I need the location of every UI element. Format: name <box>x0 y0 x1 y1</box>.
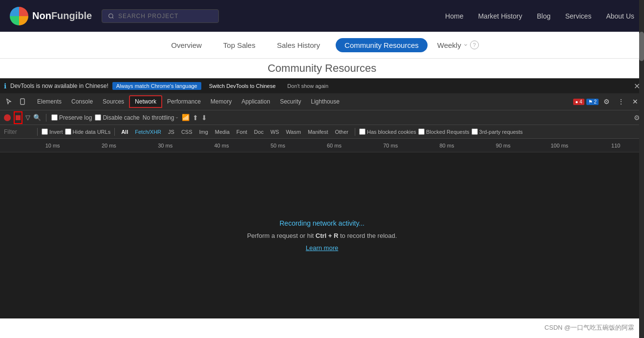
stop-button[interactable] <box>14 111 22 124</box>
scrollbar[interactable] <box>639 0 644 338</box>
weekly-label: Weekly <box>437 41 461 49</box>
tab-application[interactable]: Application <box>236 96 275 107</box>
tab-console[interactable]: Console <box>66 96 98 107</box>
hide-data-urls-checkbox[interactable]: Hide data URLs <box>65 128 111 135</box>
devtools-tabbar: Elements Console Sources Network Perform… <box>0 93 644 110</box>
search-bar[interactable] <box>102 9 219 23</box>
filter-input[interactable] <box>4 128 33 135</box>
subnav-sales-history[interactable]: Sales History <box>271 38 326 52</box>
preserve-log-checkbox[interactable]: Preserve log <box>51 114 92 121</box>
blocked-cookies-check[interactable]: Has blocked cookies <box>359 128 416 135</box>
chevron-down-icon <box>463 42 468 47</box>
device-icon[interactable] <box>17 96 28 107</box>
download-icon[interactable]: ⬇ <box>201 114 207 122</box>
tab-security[interactable]: Security <box>275 96 306 107</box>
filter-divider <box>37 128 38 136</box>
preserve-log-input[interactable] <box>51 114 58 121</box>
svg-line-1 <box>112 17 113 18</box>
filter-img[interactable]: Img <box>197 128 211 135</box>
filter-fetchxhr[interactable]: Fetch/XHR <box>132 128 164 135</box>
banner-message: DevTools is now available in Chinese! <box>10 83 108 89</box>
upload-icon[interactable]: ⬆ <box>193 114 198 122</box>
search-network-icon[interactable]: 🔍 <box>33 114 41 121</box>
blocked-requests-check[interactable]: Blocked Requests <box>418 128 470 135</box>
disable-cache-input[interactable] <box>95 114 101 121</box>
tab-network[interactable]: Network <box>129 95 162 108</box>
filter-ws[interactable]: WS <box>268 128 281 135</box>
tab-lighthouse[interactable]: Lighthouse <box>306 96 344 107</box>
subnav-weekly[interactable]: Weekly ? <box>437 41 479 49</box>
tick-60: 60 ms <box>306 143 362 148</box>
filter-font[interactable]: Font <box>234 128 250 135</box>
tick-10: 10 ms <box>24 143 81 148</box>
dt-right-icons: ● 4 ⚑ 2 ⚙ ⋮ ✕ <box>573 97 641 106</box>
filter-wasm[interactable]: Wasm <box>283 128 303 135</box>
logo-text: NonFungible <box>32 10 92 21</box>
error-badge: ● 4 <box>573 99 584 105</box>
btn-dont-show[interactable]: Don't show again <box>283 82 332 90</box>
subnav-top-sales[interactable]: Top Sales <box>217 38 261 52</box>
nav-market-history[interactable]: Market History <box>478 12 522 20</box>
search-input[interactable] <box>118 13 213 20</box>
nav-blog[interactable]: Blog <box>537 12 551 20</box>
tab-performance[interactable]: Performance <box>162 96 206 107</box>
tab-elements[interactable]: Elements <box>32 96 66 107</box>
filter-divider2 <box>114 128 115 136</box>
toolbar-divider <box>46 114 46 122</box>
nav-about[interactable]: About Us <box>606 12 634 20</box>
recording-text: Recording network activity... <box>279 219 365 227</box>
wifi-icon[interactable]: 📶 <box>182 114 190 121</box>
warning-badge: ⚑ 2 <box>586 99 599 105</box>
svg-rect-2 <box>21 99 24 105</box>
page-content: Community Resources <box>0 59 644 78</box>
filter-icon[interactable]: ▽ <box>25 114 30 121</box>
timeline-header: 10 ms 20 ms 30 ms 40 ms 50 ms 60 ms 70 m… <box>0 139 644 152</box>
learn-more-link[interactable]: Learn more <box>306 244 338 252</box>
svg-point-0 <box>109 14 113 18</box>
tick-30: 30 ms <box>137 143 193 148</box>
tab-memory[interactable]: Memory <box>206 96 236 107</box>
filter-bar: Invert Hide data URLs All Fetch/XHR JS C… <box>0 125 644 139</box>
svg-rect-4 <box>16 115 21 120</box>
btn-always-match[interactable]: Always match Chrome's language <box>112 82 201 90</box>
search-icon <box>108 13 114 20</box>
filter-doc[interactable]: Doc <box>252 128 266 135</box>
network-content: Recording network activity... Perform a … <box>0 152 644 318</box>
subnav-community-resources[interactable]: Community Resources <box>336 38 428 52</box>
invert-checkbox[interactable]: Invert <box>42 128 63 135</box>
page-title: Community Resources <box>268 62 377 75</box>
top-navbar: NonFungible Home Market History Blog Ser… <box>0 0 644 32</box>
timeline-ticks: 10 ms 20 ms 30 ms 40 ms 50 ms 60 ms 70 m… <box>24 143 644 148</box>
watermark: CSDN @一口气吃五碗饭的阿霖 <box>544 323 634 332</box>
disable-cache-checkbox[interactable]: Disable cache <box>95 114 139 121</box>
lang-banner: ℹ DevTools is now available in Chinese! … <box>0 79 644 93</box>
logo-icon <box>10 7 28 25</box>
filter-css[interactable]: CSS <box>179 128 195 135</box>
nav-home[interactable]: Home <box>445 12 463 20</box>
filter-other[interactable]: Other <box>332 128 351 135</box>
filter-manifest[interactable]: Manifest <box>305 128 331 135</box>
scrollbar-thumb[interactable] <box>639 32 644 61</box>
tick-20: 20 ms <box>81 143 137 148</box>
nav-links: Home Market History Blog Services About … <box>445 12 634 20</box>
third-party-check[interactable]: 3rd-party requests <box>472 128 523 135</box>
btn-switch-chinese[interactable]: Switch DevTools to Chinese <box>205 82 279 90</box>
record-button[interactable] <box>4 114 11 121</box>
settings-icon[interactable]: ⚙ <box>601 97 613 106</box>
filter-all[interactable]: All <box>119 128 130 135</box>
filter-divider3 <box>355 128 355 136</box>
info-icon: ℹ <box>4 82 6 90</box>
devtools-panel: ℹ DevTools is now available in Chinese! … <box>0 78 644 318</box>
subnav-overview[interactable]: Overview <box>165 38 208 52</box>
network-toolbar: ▽ 🔍 Preserve log Disable cache No thrott… <box>0 110 644 125</box>
filter-media[interactable]: Media <box>213 128 232 135</box>
help-icon[interactable]: ? <box>470 41 479 49</box>
tool-icons <box>3 96 28 107</box>
filter-js[interactable]: JS <box>166 128 177 135</box>
more-icon[interactable]: ⋮ <box>615 97 627 106</box>
tab-sources[interactable]: Sources <box>98 96 129 107</box>
pointer-icon[interactable] <box>3 96 15 107</box>
throttle-select[interactable]: No throttling <box>143 114 179 121</box>
nav-services[interactable]: Services <box>565 12 592 20</box>
tick-70: 70 ms <box>363 143 419 148</box>
